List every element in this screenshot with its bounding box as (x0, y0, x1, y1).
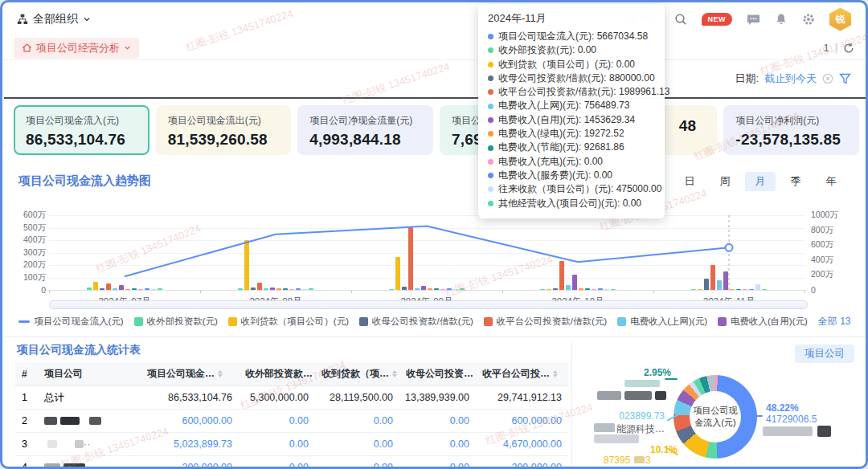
sort-icon[interactable] (218, 370, 223, 377)
gear-icon[interactable] (801, 12, 816, 27)
value-cell[interactable]: 0.00 (239, 415, 315, 426)
bar (100, 288, 104, 290)
tooltip-text: 收外部投资款(元): 0.00 (498, 43, 596, 57)
clear-filter-icon[interactable] (822, 73, 833, 84)
chart-tooltip: 2024年-11月 项目公司现金流入(元): 5667034.58收外部投资款(… (478, 4, 665, 218)
kpi-label: 项目公司现金流入(元) (26, 114, 137, 128)
tab-日[interactable]: 日 (674, 172, 705, 191)
tooltip-item: 往来收款（项目公司）(元): 475000.00 (488, 182, 655, 196)
redacted-block (655, 391, 666, 400)
kpi-card[interactable]: 项目公司现金流入(元)86,533,104.76 (14, 105, 149, 155)
legend-swatch (228, 317, 237, 326)
legend-item[interactable]: 收外部投资款(元) (134, 316, 218, 328)
bar (283, 288, 288, 290)
trend-plot[interactable]: 600万500万400万300万200万100万01000万800万600万40… (49, 215, 805, 290)
table-row[interactable]: 4 …200,000.000.000.000.00200,000.00 (15, 456, 568, 469)
bar (119, 285, 124, 290)
funnel-icon[interactable] (839, 73, 851, 85)
value-cell[interactable]: 0.00 (399, 462, 476, 469)
value-cell[interactable]: 0.00 (399, 415, 476, 426)
topbar: 全部组织 案中心 NEW 锐 (2, 2, 866, 36)
value-cell[interactable]: 0.00 (239, 438, 315, 450)
date-filter-value[interactable]: 截止到今天 (764, 71, 817, 86)
table-header-cell[interactable]: 项目公司现金… (141, 367, 239, 381)
table-header-cell[interactable]: 收母公司投资… (399, 367, 476, 381)
legend-item[interactable]: 项目公司现金流入(元) (18, 316, 123, 328)
table-row[interactable]: 3 ··5,023,899.730.000.000.004,670,000.00 (15, 433, 568, 456)
sort-icon[interactable] (392, 370, 397, 377)
value-cell[interactable]: 200,000.00 (476, 462, 568, 469)
value-cell[interactable]: 200,000.00 (141, 462, 239, 469)
sort-icon[interactable] (553, 370, 558, 377)
avatar[interactable]: 锐 (829, 8, 851, 31)
vertical-divider (571, 341, 572, 468)
bar (257, 283, 262, 290)
x-axis-tick (200, 290, 201, 293)
y-axis-left-tick: 400万 (9, 234, 46, 246)
table-header-cell[interactable]: 收外部投资款… (239, 367, 315, 381)
breadcrumb-tab[interactable]: 项目公司经营分析 (14, 38, 139, 59)
legend-show-all-link[interactable]: 全部 13 (818, 315, 851, 328)
bar (460, 288, 465, 290)
y-axis-right-tick: 400万 (811, 255, 851, 266)
donut-badge[interactable]: 项目公司 (795, 345, 854, 363)
legend-item[interactable]: 收到贷款（项目公司）(元) (228, 316, 349, 328)
column-label: 项目公司 (44, 367, 83, 381)
legend-item[interactable]: 收母公司投资款/借款(元) (359, 316, 473, 328)
legend-item[interactable]: 电费收入(自用)(元) (718, 316, 808, 328)
bar (559, 261, 564, 290)
search-icon[interactable] (674, 13, 688, 27)
filter-row: 日期: 截止到今天 (2, 62, 866, 96)
page-indicator: 1 (823, 42, 829, 54)
tab-月[interactable]: 月 (745, 172, 776, 191)
bar-group (87, 215, 162, 290)
horizontal-divider (4, 336, 866, 337)
value-cell[interactable]: 600,000.00 (476, 415, 568, 426)
tab-年[interactable]: 年 (816, 172, 846, 191)
chart-scrollbar[interactable] (49, 300, 808, 309)
org-switcher[interactable]: 全部组织 (17, 12, 91, 27)
value-cell[interactable]: 0.00 (399, 438, 476, 450)
bar (113, 288, 117, 290)
legend-item[interactable]: 收平台公司投资款/借款(元) (484, 316, 607, 328)
value-cell[interactable]: 0.00 (239, 462, 315, 469)
legend-swatch (359, 317, 368, 326)
value-cell[interactable]: 5,023,899.73 (141, 438, 239, 450)
table-header-cell[interactable]: 收到贷款（项… (315, 367, 399, 381)
bar (710, 265, 715, 290)
callout-leader-line (665, 378, 678, 380)
kpi-card[interactable]: 项目公司净利润(元)-23,578,135.85 (723, 105, 859, 155)
tab-季[interactable]: 季 (780, 172, 811, 191)
column-label: 收外部投资款… (245, 367, 313, 381)
table-header-cell[interactable]: 收平台公司投… (476, 367, 568, 381)
bar (717, 280, 722, 290)
row-number-cell: 1 (15, 392, 38, 403)
kpi-value: 86,533,104.76 (26, 131, 137, 149)
redacted-block (594, 434, 639, 443)
y-axis-right-tick: 200万 (811, 269, 851, 280)
bar (440, 289, 445, 291)
tab-周[interactable]: 周 (710, 172, 740, 191)
company-cell: 总计 (38, 391, 141, 405)
bar-group (691, 215, 767, 290)
bar (604, 289, 609, 291)
value-cell[interactable]: 4,670,000.00 (476, 438, 568, 450)
value-cell[interactable]: 0.00 (315, 415, 399, 426)
kpi-card[interactable]: 项目公司净现金流量(元)4,993,844.18 (297, 105, 433, 155)
legend-item[interactable]: 电费收入(上网)(元) (617, 316, 707, 328)
kpi-card[interactable]: 项目公司现金流出(元)81,539,260.58 (156, 105, 292, 155)
value-cell[interactable]: 0.00 (315, 462, 399, 469)
chat-icon[interactable] (746, 13, 761, 27)
bar (723, 271, 728, 290)
refresh-icon[interactable] (843, 43, 854, 54)
bar (566, 285, 571, 290)
table-row[interactable]: 2600,000.000.000.000.00600,000.00 (15, 410, 568, 433)
legend-label: 收母公司投资款/借款(元) (372, 316, 473, 328)
value-cell[interactable]: 0.00 (315, 438, 399, 450)
gridline (49, 290, 805, 291)
value-cell[interactable]: 600,000.00 (141, 415, 239, 426)
bar-group (540, 215, 616, 290)
bar (421, 286, 426, 290)
bell-icon[interactable] (775, 13, 788, 27)
bar (434, 288, 439, 290)
